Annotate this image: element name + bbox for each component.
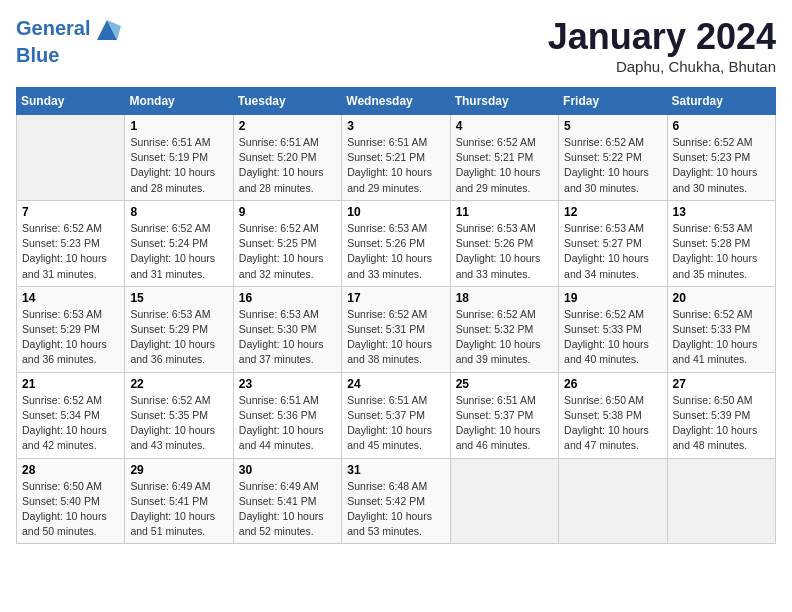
day-cell: 14Sunrise: 6:53 AMSunset: 5:29 PMDayligh… <box>17 286 125 372</box>
weekday-wednesday: Wednesday <box>342 88 450 115</box>
day-number: 14 <box>22 291 119 305</box>
week-row-1: 1Sunrise: 6:51 AMSunset: 5:19 PMDaylight… <box>17 115 776 201</box>
day-cell: 17Sunrise: 6:52 AMSunset: 5:31 PMDayligh… <box>342 286 450 372</box>
day-number: 12 <box>564 205 661 219</box>
weekday-tuesday: Tuesday <box>233 88 341 115</box>
day-cell: 12Sunrise: 6:53 AMSunset: 5:27 PMDayligh… <box>559 200 667 286</box>
weekday-monday: Monday <box>125 88 233 115</box>
day-cell: 3Sunrise: 6:51 AMSunset: 5:21 PMDaylight… <box>342 115 450 201</box>
day-cell: 11Sunrise: 6:53 AMSunset: 5:26 PMDayligh… <box>450 200 558 286</box>
day-cell <box>667 458 775 544</box>
day-number: 4 <box>456 119 553 133</box>
day-info: Sunrise: 6:51 AMSunset: 5:37 PMDaylight:… <box>456 393 553 454</box>
weekday-thursday: Thursday <box>450 88 558 115</box>
day-number: 23 <box>239 377 336 391</box>
day-info: Sunrise: 6:53 AMSunset: 5:29 PMDaylight:… <box>22 307 119 368</box>
day-number: 9 <box>239 205 336 219</box>
day-cell: 28Sunrise: 6:50 AMSunset: 5:40 PMDayligh… <box>17 458 125 544</box>
day-cell: 24Sunrise: 6:51 AMSunset: 5:37 PMDayligh… <box>342 372 450 458</box>
day-info: Sunrise: 6:53 AMSunset: 5:27 PMDaylight:… <box>564 221 661 282</box>
day-number: 16 <box>239 291 336 305</box>
day-number: 27 <box>673 377 770 391</box>
page-header: General Blue January 2024 Daphu, Chukha,… <box>16 16 776 75</box>
logo: General Blue <box>16 16 121 66</box>
day-cell <box>559 458 667 544</box>
day-info: Sunrise: 6:53 AMSunset: 5:28 PMDaylight:… <box>673 221 770 282</box>
day-number: 24 <box>347 377 444 391</box>
day-cell: 15Sunrise: 6:53 AMSunset: 5:29 PMDayligh… <box>125 286 233 372</box>
day-cell <box>17 115 125 201</box>
day-cell: 26Sunrise: 6:50 AMSunset: 5:38 PMDayligh… <box>559 372 667 458</box>
day-info: Sunrise: 6:51 AMSunset: 5:36 PMDaylight:… <box>239 393 336 454</box>
day-number: 13 <box>673 205 770 219</box>
day-info: Sunrise: 6:48 AMSunset: 5:42 PMDaylight:… <box>347 479 444 540</box>
day-cell: 13Sunrise: 6:53 AMSunset: 5:28 PMDayligh… <box>667 200 775 286</box>
day-number: 15 <box>130 291 227 305</box>
day-number: 19 <box>564 291 661 305</box>
day-cell: 2Sunrise: 6:51 AMSunset: 5:20 PMDaylight… <box>233 115 341 201</box>
day-info: Sunrise: 6:52 AMSunset: 5:32 PMDaylight:… <box>456 307 553 368</box>
day-info: Sunrise: 6:52 AMSunset: 5:35 PMDaylight:… <box>130 393 227 454</box>
day-info: Sunrise: 6:51 AMSunset: 5:37 PMDaylight:… <box>347 393 444 454</box>
day-info: Sunrise: 6:52 AMSunset: 5:33 PMDaylight:… <box>564 307 661 368</box>
day-info: Sunrise: 6:52 AMSunset: 5:24 PMDaylight:… <box>130 221 227 282</box>
day-info: Sunrise: 6:52 AMSunset: 5:23 PMDaylight:… <box>22 221 119 282</box>
day-info: Sunrise: 6:53 AMSunset: 5:26 PMDaylight:… <box>456 221 553 282</box>
calendar-table: SundayMondayTuesdayWednesdayThursdayFrid… <box>16 87 776 544</box>
day-cell: 4Sunrise: 6:52 AMSunset: 5:21 PMDaylight… <box>450 115 558 201</box>
calendar-body: 1Sunrise: 6:51 AMSunset: 5:19 PMDaylight… <box>17 115 776 544</box>
day-number: 17 <box>347 291 444 305</box>
day-number: 29 <box>130 463 227 477</box>
day-cell: 7Sunrise: 6:52 AMSunset: 5:23 PMDaylight… <box>17 200 125 286</box>
day-number: 8 <box>130 205 227 219</box>
day-number: 25 <box>456 377 553 391</box>
day-number: 6 <box>673 119 770 133</box>
week-row-4: 21Sunrise: 6:52 AMSunset: 5:34 PMDayligh… <box>17 372 776 458</box>
day-info: Sunrise: 6:51 AMSunset: 5:19 PMDaylight:… <box>130 135 227 196</box>
day-cell: 18Sunrise: 6:52 AMSunset: 5:32 PMDayligh… <box>450 286 558 372</box>
day-number: 26 <box>564 377 661 391</box>
day-info: Sunrise: 6:51 AMSunset: 5:20 PMDaylight:… <box>239 135 336 196</box>
day-info: Sunrise: 6:49 AMSunset: 5:41 PMDaylight:… <box>130 479 227 540</box>
day-number: 21 <box>22 377 119 391</box>
day-number: 5 <box>564 119 661 133</box>
week-row-3: 14Sunrise: 6:53 AMSunset: 5:29 PMDayligh… <box>17 286 776 372</box>
day-number: 30 <box>239 463 336 477</box>
day-info: Sunrise: 6:49 AMSunset: 5:41 PMDaylight:… <box>239 479 336 540</box>
day-cell: 29Sunrise: 6:49 AMSunset: 5:41 PMDayligh… <box>125 458 233 544</box>
day-info: Sunrise: 6:52 AMSunset: 5:21 PMDaylight:… <box>456 135 553 196</box>
day-number: 10 <box>347 205 444 219</box>
day-info: Sunrise: 6:51 AMSunset: 5:21 PMDaylight:… <box>347 135 444 196</box>
day-number: 28 <box>22 463 119 477</box>
week-row-2: 7Sunrise: 6:52 AMSunset: 5:23 PMDaylight… <box>17 200 776 286</box>
day-number: 11 <box>456 205 553 219</box>
weekday-header-row: SundayMondayTuesdayWednesdayThursdayFrid… <box>17 88 776 115</box>
day-cell: 22Sunrise: 6:52 AMSunset: 5:35 PMDayligh… <box>125 372 233 458</box>
day-cell: 20Sunrise: 6:52 AMSunset: 5:33 PMDayligh… <box>667 286 775 372</box>
day-cell: 16Sunrise: 6:53 AMSunset: 5:30 PMDayligh… <box>233 286 341 372</box>
day-info: Sunrise: 6:53 AMSunset: 5:29 PMDaylight:… <box>130 307 227 368</box>
day-number: 31 <box>347 463 444 477</box>
calendar-subtitle: Daphu, Chukha, Bhutan <box>548 58 776 75</box>
day-number: 18 <box>456 291 553 305</box>
day-info: Sunrise: 6:53 AMSunset: 5:30 PMDaylight:… <box>239 307 336 368</box>
day-cell: 9Sunrise: 6:52 AMSunset: 5:25 PMDaylight… <box>233 200 341 286</box>
day-cell: 5Sunrise: 6:52 AMSunset: 5:22 PMDaylight… <box>559 115 667 201</box>
week-row-5: 28Sunrise: 6:50 AMSunset: 5:40 PMDayligh… <box>17 458 776 544</box>
day-cell: 1Sunrise: 6:51 AMSunset: 5:19 PMDaylight… <box>125 115 233 201</box>
day-info: Sunrise: 6:52 AMSunset: 5:31 PMDaylight:… <box>347 307 444 368</box>
day-cell: 21Sunrise: 6:52 AMSunset: 5:34 PMDayligh… <box>17 372 125 458</box>
weekday-saturday: Saturday <box>667 88 775 115</box>
day-info: Sunrise: 6:50 AMSunset: 5:40 PMDaylight:… <box>22 479 119 540</box>
day-info: Sunrise: 6:52 AMSunset: 5:33 PMDaylight:… <box>673 307 770 368</box>
day-cell: 25Sunrise: 6:51 AMSunset: 5:37 PMDayligh… <box>450 372 558 458</box>
day-cell: 31Sunrise: 6:48 AMSunset: 5:42 PMDayligh… <box>342 458 450 544</box>
weekday-friday: Friday <box>559 88 667 115</box>
day-cell: 8Sunrise: 6:52 AMSunset: 5:24 PMDaylight… <box>125 200 233 286</box>
logo-text: General Blue <box>16 16 121 66</box>
day-info: Sunrise: 6:50 AMSunset: 5:38 PMDaylight:… <box>564 393 661 454</box>
day-info: Sunrise: 6:50 AMSunset: 5:39 PMDaylight:… <box>673 393 770 454</box>
day-number: 1 <box>130 119 227 133</box>
calendar-title: January 2024 <box>548 16 776 58</box>
weekday-sunday: Sunday <box>17 88 125 115</box>
